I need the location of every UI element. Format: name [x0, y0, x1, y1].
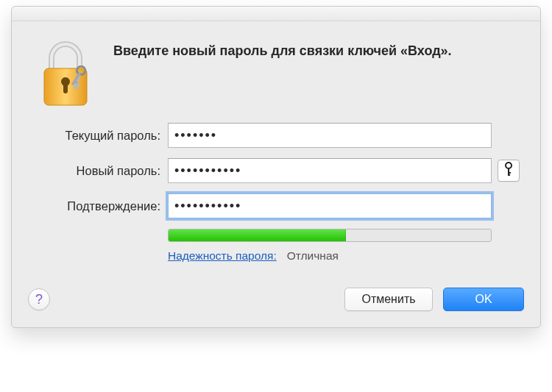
lock-icon	[34, 39, 97, 111]
key-icon	[503, 162, 514, 179]
svg-rect-13	[508, 174, 510, 176]
label-current-password: Текущий пароль:	[28, 129, 168, 143]
help-icon: ?	[35, 292, 43, 307]
svg-rect-11	[508, 168, 509, 175]
password-form: Текущий пароль: Новый пароль:	[12, 118, 540, 263]
dialog-titlebar	[12, 7, 540, 21]
svg-point-10	[506, 163, 512, 168]
row-new-password: Новый пароль:	[28, 158, 524, 183]
input-current-password[interactable]	[168, 123, 492, 148]
keychain-password-dialog: Введите новый пароль для связки ключей «…	[11, 6, 541, 328]
row-strength-bar	[28, 229, 524, 242]
row-strength-text: Надежность пароля: Отличная	[28, 249, 524, 263]
dialog-footer: ? Отменить OK	[12, 263, 540, 311]
help-button[interactable]: ?	[28, 288, 50, 310]
password-strength-value: Отличная	[287, 249, 339, 263]
ok-button[interactable]: OK	[443, 288, 524, 311]
input-new-password[interactable]	[168, 158, 492, 183]
input-verify-password[interactable]	[168, 193, 492, 218]
svg-rect-12	[508, 172, 511, 174]
label-verify-password: Подтверждение:	[28, 199, 168, 213]
password-strength-link[interactable]: Надежность пароля:	[168, 249, 277, 263]
dialog-header: Введите новый пароль для связки ключей «…	[12, 21, 540, 118]
row-verify-password: Подтверждение:	[28, 193, 524, 218]
label-new-password: Новый пароль:	[28, 164, 168, 178]
password-strength-meter	[168, 229, 492, 242]
dialog-title: Введите новый пароль для связки ключей «…	[113, 39, 452, 60]
cancel-button[interactable]: Отменить	[344, 288, 433, 311]
password-assistant-button[interactable]	[498, 160, 520, 182]
row-current-password: Текущий пароль:	[28, 123, 524, 148]
password-strength-fill	[169, 229, 346, 241]
svg-rect-2	[63, 83, 68, 93]
